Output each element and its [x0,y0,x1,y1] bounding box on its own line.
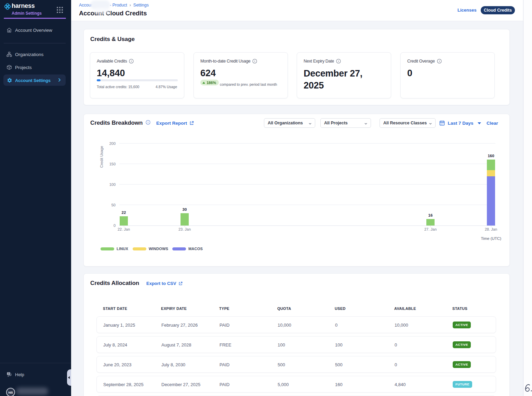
svg-text:?: ? [8,372,9,375]
